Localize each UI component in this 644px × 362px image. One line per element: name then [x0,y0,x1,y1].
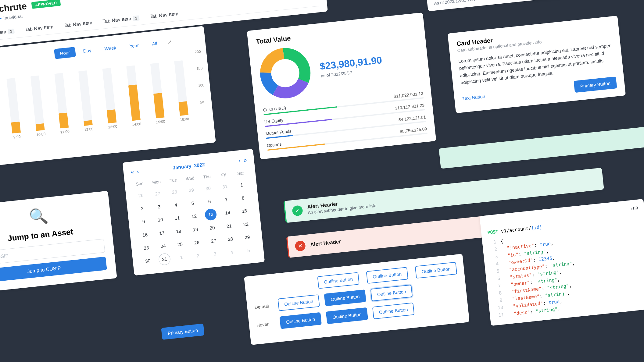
outline-button[interactable]: Outline Button [415,262,457,279]
cal-day[interactable]: 19 [187,223,203,236]
cal-day-other[interactable]: 4 [224,246,240,259]
outline-button-focus[interactable]: Outline Button [370,285,413,301]
row-label: Default [254,303,273,310]
cal-day[interactable]: 20 [204,221,220,234]
cal-day[interactable]: 18 [170,225,187,238]
cal-year[interactable]: 2022 [194,162,205,168]
cal-day[interactable]: 10 [152,213,169,226]
period-all[interactable]: All [146,38,163,49]
tab-nav-item[interactable]: Tab Nav Item [63,17,94,33]
cal-day[interactable]: 9 [135,215,152,228]
cal-day[interactable]: 4 [168,198,184,211]
api-code-card: cUR POST v1/account/{id} 1{ 2 "inactive"… [480,199,644,326]
cal-day[interactable]: 22 [238,218,254,231]
cal-day-other[interactable]: 29 [183,184,199,197]
cal-dow: Fri [216,170,232,180]
cal-next-month-icon[interactable]: › [238,158,241,164]
period-year[interactable]: Year [123,40,145,52]
cal-day[interactable]: 17 [154,227,170,240]
curl-chip[interactable]: cUR [630,206,639,211]
text-button[interactable]: Text Button [462,94,485,101]
cal-day[interactable]: 6 [201,195,217,208]
cal-day-other[interactable]: 30 [200,182,216,195]
period-week[interactable]: Week [98,42,122,55]
total-value-card: Total Value $23,980,91.90 as of 2022/25/… [247,12,436,159]
outline-button[interactable]: Outline Button [372,303,415,319]
activity-chart-card: HourDayWeekYearAll↗ 8:009:0010:0011:0012… [0,26,216,167]
cal-day[interactable]: 30 [140,254,156,268]
free-primary: Primary Button [161,327,204,337]
bar-col: 13:00 [97,67,122,130]
cal-day[interactable]: 24 [155,240,171,253]
cal-day-other[interactable]: 2 [190,249,206,262]
bar-col: 12:00 [73,70,98,132]
cal-day-other[interactable]: 31 [217,180,233,193]
cal-day[interactable]: 5 [184,197,201,210]
cal-day[interactable]: 21 [221,220,237,232]
primary-button[interactable]: Primary Button [161,324,205,340]
period-hour[interactable]: Hour [54,47,76,59]
primary-button[interactable]: Primary Button [574,76,617,93]
cal-day[interactable]: 3 [151,200,167,213]
tab-nav-item[interactable]: Nav Item3 [0,26,16,41]
external-link-icon[interactable]: ↗ [167,39,172,45]
bar-col: 14:00 [121,65,146,127]
outline-button[interactable]: Outline Button [277,294,320,311]
outline-button-solid[interactable]: Outline Button [324,289,367,306]
outline-button[interactable]: Outline Button [366,267,408,284]
cal-day-other[interactable]: 28 [166,186,183,198]
buttons-showcase-card: Outline Button Outline Button Outline Bu… [244,254,470,345]
cal-day-other[interactable]: 1 [173,251,189,264]
alert-header: Alert Header [310,239,341,248]
cal-day[interactable]: 13 [205,208,217,221]
cal-day[interactable]: 16 [137,229,153,241]
bar-col: 11:00 [49,73,74,135]
cal-day[interactable]: 29 [239,231,255,244]
check-circle-icon: ✓ [292,205,303,216]
tab-nav-item[interactable]: Tab Nav Item3 [102,12,141,29]
timestamp-text: As of 2022/12/01 12:00 [434,0,478,6]
outline-button[interactable]: Outline Button [317,272,360,289]
row-label: Hover [256,321,275,328]
outline-button-solid[interactable]: Outline Button [279,312,322,329]
period-day[interactable]: Day [77,44,97,56]
cal-month[interactable]: January [173,163,192,170]
cal-day[interactable]: 7 [218,193,234,206]
bar-col: 8:00 [0,80,2,142]
cal-day[interactable]: 11 [169,211,185,225]
cal-day[interactable]: 15 [236,204,252,218]
cal-prev-month-icon[interactable]: ‹ [137,168,139,175]
cal-day[interactable]: 31 [158,253,171,266]
bar-col: 16:00 [169,60,194,122]
cal-dow: Sun [132,179,148,189]
outline-button-solid[interactable]: Outline Button [326,307,368,324]
tab-nav-item[interactable]: Tab Nav Item [148,9,180,24]
alert-error: ✕ Alert Header [286,215,500,258]
cal-day[interactable]: 23 [138,241,155,254]
cal-day-other[interactable]: 27 [150,187,166,200]
cal-dow: Tue [165,175,181,185]
cal-day[interactable]: 2 [134,202,150,215]
cal-day[interactable]: 26 [189,236,205,249]
cal-day[interactable]: 8 [235,191,251,204]
cal-day[interactable]: 14 [220,206,236,219]
info-card: Card Header Card subheader is optional a… [448,16,626,113]
code-block: 1{ 2 "inactive": true, 3 "id": "string",… [488,223,644,319]
bar-col: 9:00 [2,77,26,140]
cal-day[interactable]: 27 [206,234,222,247]
cal-day-other[interactable]: 3 [207,247,223,261]
cal-next-year-icon[interactable]: » [243,157,247,164]
bar-col: 15:00 [145,62,170,125]
tab-nav-item[interactable]: Tab Nav Item [23,22,55,37]
cal-day[interactable]: 28 [222,232,238,245]
jump-to-asset-card: 🔍 Jump to an Asset 🔍 CUSIP Jump to CUSIP [0,191,117,293]
calendar-card: «‹ January 2022 ›» SunMonTueWedThuFriSat… [123,149,265,276]
cal-day-other[interactable]: 26 [133,189,149,202]
cal-prev-year-icon[interactable]: « [131,169,134,176]
cal-day[interactable]: 12 [186,210,202,223]
cal-day[interactable]: 1 [234,179,250,191]
cal-day-other[interactable]: 5 [241,244,257,257]
bar-chart: 8:009:0010:0011:0012:0013:0014:0015:0016… [0,49,206,142]
cal-day[interactable]: 25 [172,238,188,251]
cal-dow: Thu [199,172,215,182]
